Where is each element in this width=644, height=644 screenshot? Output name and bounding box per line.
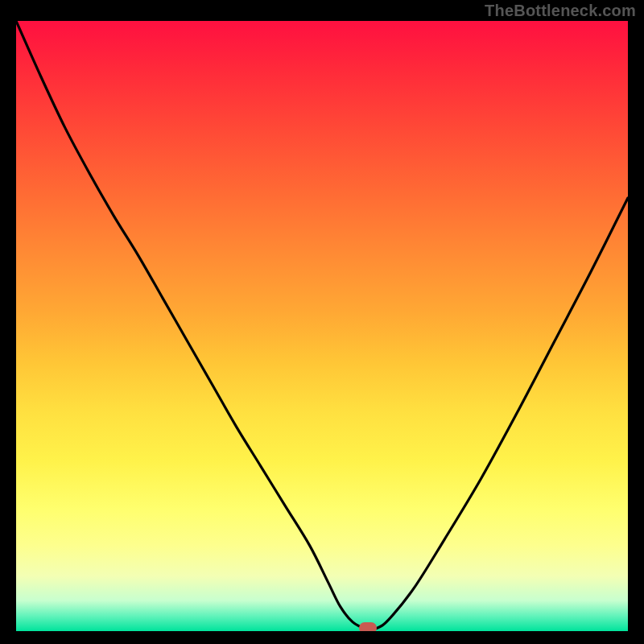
bottleneck-curve [16,21,628,629]
plot-area [16,21,628,631]
minimum-marker [359,622,377,631]
watermark-text: TheBottleneck.com [485,2,636,20]
curve-svg [16,21,628,631]
chart-frame: TheBottleneck.com [0,0,644,644]
